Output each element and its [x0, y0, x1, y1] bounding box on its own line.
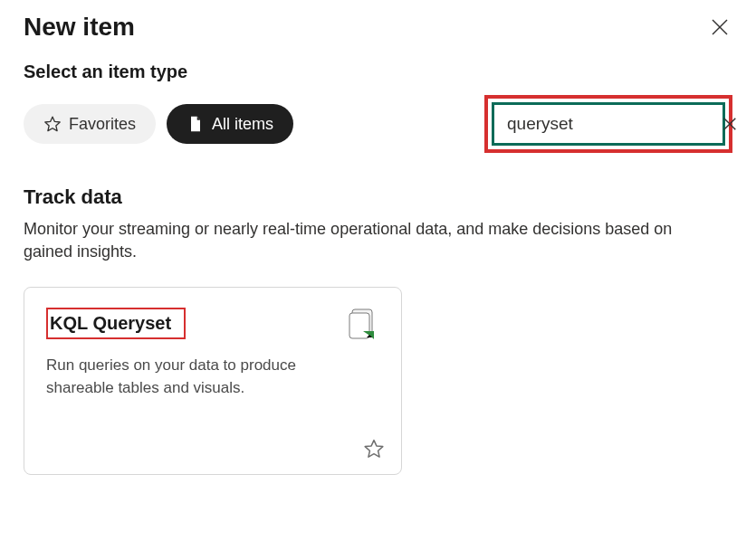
category-description: Monitor your streaming or nearly real-ti…: [24, 218, 694, 263]
search-input-highlight: [484, 95, 732, 153]
star-icon: [363, 438, 385, 460]
all-items-filter-button[interactable]: All items: [167, 104, 293, 144]
file-icon: [187, 115, 205, 133]
close-icon: [711, 18, 729, 36]
dialog-title: New item: [24, 13, 135, 42]
close-icon: [722, 116, 738, 132]
card-title: KQL Queryset: [50, 313, 171, 334]
search-input[interactable]: [507, 114, 722, 134]
close-button[interactable]: [707, 14, 732, 40]
favorite-toggle-button[interactable]: [363, 438, 385, 460]
section-subtitle: Select an item type: [24, 62, 732, 82]
svg-marker-8: [365, 441, 383, 458]
svg-rect-6: [349, 313, 369, 338]
favorites-filter-button[interactable]: Favorites: [24, 104, 156, 144]
svg-marker-2: [45, 117, 60, 130]
item-card-kql-queryset[interactable]: KQL Queryset Run queries on your data to…: [24, 287, 402, 475]
all-items-filter-label: All items: [212, 115, 273, 134]
category-title: Track data: [24, 185, 732, 209]
card-title-highlight: KQL Queryset: [46, 308, 186, 339]
card-description: Run queries on your data to produce shar…: [46, 355, 318, 399]
queryset-icon: [347, 308, 379, 340]
star-icon: [43, 115, 62, 133]
favorites-filter-label: Favorites: [69, 115, 136, 134]
clear-search-button[interactable]: [722, 114, 738, 134]
